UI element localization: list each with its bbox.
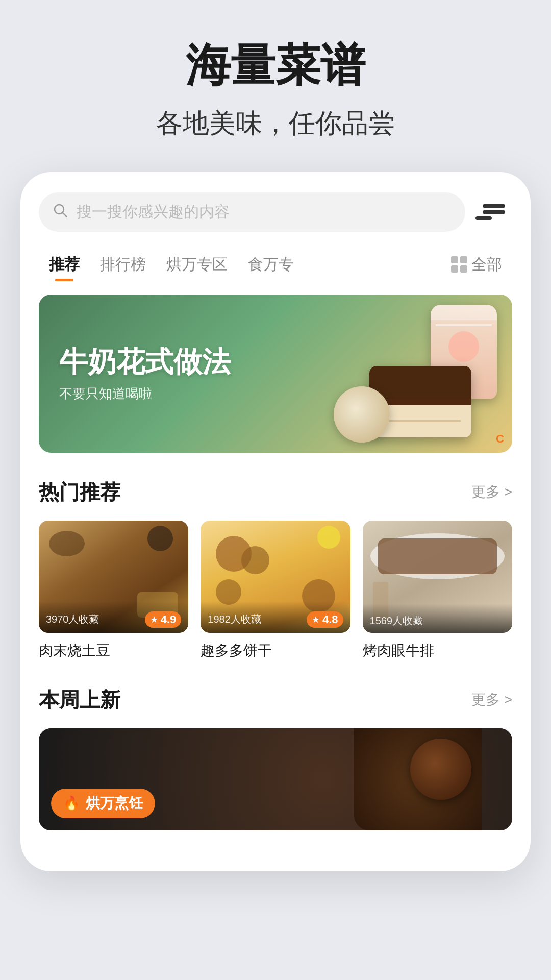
recipe-card-steak[interactable]: 1569人收藏 烤肉眼牛排 — [363, 521, 512, 660]
search-icon — [53, 203, 68, 220]
star-icon-1: ★ — [150, 614, 158, 625]
week-section-header: 本周上新 更多 > — [39, 686, 512, 714]
menu-icon[interactable] — [475, 193, 512, 230]
recipe-name-3: 烤肉眼牛排 — [363, 641, 512, 660]
recipe-thumb-potato: 3970人收藏 ★ 4.9 — [39, 521, 188, 633]
main-title: 海量菜谱 — [20, 41, 531, 90]
tab-baking[interactable]: 烘万专区 — [156, 250, 238, 279]
search-input-wrap[interactable]: 搜一搜你感兴趣的内容 — [39, 192, 465, 232]
hot-section-more[interactable]: 更多 > — [471, 482, 512, 502]
soup-decoration — [334, 386, 390, 443]
tab-active-indicator — [55, 279, 73, 281]
recipe-count-1: 3970人收藏 — [46, 612, 99, 626]
week-section-title: 本周上新 — [39, 686, 120, 714]
main-banner[interactable]: 牛奶花式做法 不要只知道喝啦 C — [39, 295, 512, 453]
tab-all[interactable]: 全部 — [441, 250, 512, 279]
week-badge-text: 烘万烹饪 — [86, 794, 143, 813]
recipe-score-1: 4.9 — [161, 613, 177, 626]
week-food-circle — [410, 739, 471, 800]
tabs: 推荐 排行榜 烘万专区 食万专 全部 — [39, 250, 512, 279]
recipe-card-potato[interactable]: 3970人收藏 ★ 4.9 肉末烧土豆 — [39, 521, 188, 660]
recipe-thumb-cookies: 1982人收藏 ★ 4.8 — [201, 521, 350, 633]
week-badge: 🔥 烘万烹饪 — [51, 789, 155, 818]
recipe-count-3: 1569人收藏 — [370, 614, 423, 628]
recipe-thumb-steak: 1569人收藏 — [363, 521, 512, 633]
recipe-star-1: ★ 4.9 — [145, 611, 182, 628]
sub-title: 各地美味，任你品尝 — [20, 106, 531, 141]
menu-bar-top — [483, 204, 505, 208]
search-placeholder: 搜一搜你感兴趣的内容 — [77, 202, 230, 223]
recipe-badge-steak: 1569人收藏 — [363, 604, 512, 633]
banner-title: 牛奶花式做法 — [59, 345, 231, 379]
recipe-score-2: 4.8 — [322, 613, 338, 626]
phone-card: 搜一搜你感兴趣的内容 推荐 排行榜 烘万专区 食万专 — [20, 172, 531, 871]
hot-section-header: 热门推荐 更多 > — [39, 478, 512, 506]
top-section: 海量菜谱 各地美味，任你品尝 — [0, 0, 551, 172]
recipe-badge-potato: 3970人收藏 ★ 4.9 — [39, 601, 188, 633]
search-bar: 搜一搜你感兴趣的内容 — [39, 192, 512, 232]
recipe-count-2: 1982人收藏 — [208, 612, 261, 626]
recipe-star-2: ★ 4.8 — [307, 611, 343, 628]
week-section-more[interactable]: 更多 > — [471, 690, 512, 709]
menu-bar-mid — [483, 210, 505, 214]
hot-section-title: 热门推荐 — [39, 478, 120, 506]
recipe-name-1: 肉末烧土豆 — [39, 641, 188, 660]
recipe-card-cookies[interactable]: 1982人收藏 ★ 4.8 趣多多饼干 — [201, 521, 350, 660]
tab-food[interactable]: 食万专 — [238, 250, 304, 279]
recipe-row: 3970人收藏 ★ 4.9 肉末烧土豆 — [39, 521, 512, 660]
week-banner[interactable]: 🔥 烘万烹饪 — [39, 728, 512, 830]
recipe-badge-cookies: 1982人收藏 ★ 4.8 — [201, 601, 350, 633]
star-icon-2: ★ — [312, 614, 320, 625]
banner-subtitle: 不要只知道喝啦 — [59, 385, 152, 403]
grid-icon — [451, 256, 467, 273]
menu-bar-bot — [475, 216, 492, 220]
tab-recommended[interactable]: 推荐 — [39, 250, 90, 279]
tab-ranking[interactable]: 排行榜 — [90, 250, 156, 279]
svg-line-1 — [63, 213, 67, 217]
week-section: 本周上新 更多 > 🔥 烘万烹饪 — [39, 686, 512, 830]
banner-visual — [228, 295, 512, 453]
fire-icon: 🔥 — [63, 795, 80, 811]
recipe-name-2: 趣多多饼干 — [201, 641, 350, 660]
banner-logo: C — [496, 432, 504, 446]
